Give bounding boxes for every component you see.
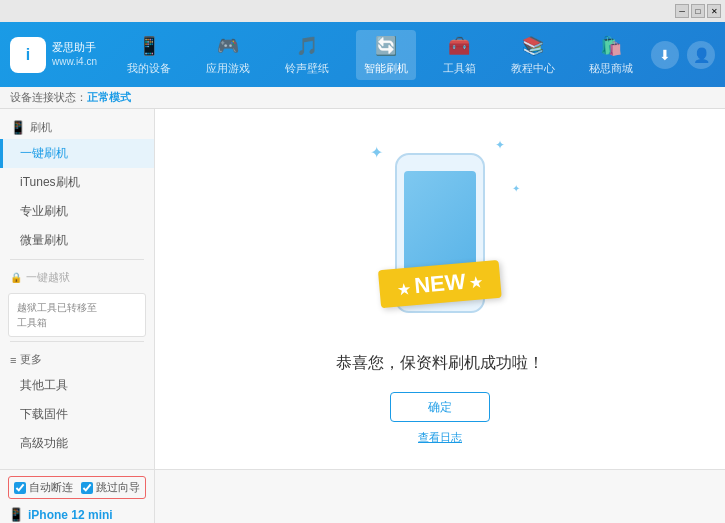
- window-controls[interactable]: ─ □ ✕: [675, 4, 721, 18]
- logo-text: 爱思助手 www.i4.cn: [52, 40, 97, 69]
- status-bar: 设备连接状态： 正常模式: [0, 87, 725, 109]
- skip-wizard-label: 跳过向导: [96, 480, 140, 495]
- success-title: 恭喜您，保资料刷机成功啦！: [336, 353, 544, 374]
- sidebar-item-pro-flash[interactable]: 专业刷机: [0, 197, 154, 226]
- sidebar-item-itunes-flash[interactable]: iTunes刷机: [0, 168, 154, 197]
- nav-tab-tutorial-label: 教程中心: [511, 61, 555, 76]
- nav-tab-apps-games[interactable]: 🎮 应用游戏: [198, 30, 258, 80]
- apps-games-icon: 🎮: [216, 34, 240, 58]
- toolbox-icon: 🧰: [447, 34, 471, 58]
- sidebar-section-jailbreak: 🔒 一键越狱 越狱工具已转移至 工具箱: [0, 264, 154, 337]
- device-info: 📱 iPhone 12 mini 64GB Down-12mini-13,1: [8, 507, 146, 523]
- nav-tabs: 📱 我的设备 🎮 应用游戏 🎵 铃声壁纸 🔄 智能刷机 🧰 工具箱 📚 教程中心…: [110, 30, 651, 80]
- header-right: ⬇ 👤: [651, 41, 715, 69]
- success-illustration: ✦ ✦ ✦ NEW: [350, 133, 530, 333]
- nav-tab-my-device-label: 我的设备: [127, 61, 171, 76]
- sidebar-more-label: 更多: [20, 352, 42, 367]
- title-bar: ─ □ ✕: [0, 0, 725, 22]
- my-device-icon: 📱: [137, 34, 161, 58]
- phone-screen: [404, 171, 476, 271]
- close-button[interactable]: ✕: [707, 4, 721, 18]
- device-name: 📱 iPhone 12 mini: [8, 507, 146, 522]
- smart-flash-icon: 🔄: [374, 34, 398, 58]
- auto-disconnect-checkbox-label[interactable]: 自动断连: [14, 480, 73, 495]
- user-button[interactable]: 👤: [687, 41, 715, 69]
- sidebar-section-flash-header: 📱 刷机: [0, 114, 154, 139]
- nav-tab-ringtone[interactable]: 🎵 铃声壁纸: [277, 30, 337, 80]
- more-icon: ≡: [10, 354, 16, 366]
- bottom-right-panel: [155, 470, 725, 523]
- flash-section-icon: 📱: [10, 120, 26, 135]
- checkbox-row: 自动断连 跳过向导: [8, 476, 146, 499]
- nav-tab-store[interactable]: 🛍️ 秘思商城: [581, 30, 641, 80]
- ringtone-icon: 🎵: [295, 34, 319, 58]
- sidebar-jailbreak-label: 一键越狱: [26, 270, 70, 285]
- tutorial-icon: 📚: [521, 34, 545, 58]
- header: i 爱思助手 www.i4.cn 📱 我的设备 🎮 应用游戏 🎵 铃声壁纸 🔄 …: [0, 22, 725, 87]
- nav-tab-apps-games-label: 应用游戏: [206, 61, 250, 76]
- logo: i 爱思助手 www.i4.cn: [10, 37, 110, 73]
- sparkle-icon-1: ✦: [370, 143, 383, 162]
- sidebar-section-flash: 📱 刷机 一键刷机 iTunes刷机 专业刷机 微量刷机: [0, 114, 154, 255]
- sidebar-section-more: ≡ 更多 其他工具 下载固件 高级功能: [0, 346, 154, 458]
- sparkle-icon-2: ✦: [495, 138, 505, 152]
- sidebar-section-flash-label: 刷机: [30, 120, 52, 135]
- sidebar-more-header: ≡ 更多: [0, 346, 154, 371]
- nav-tab-tutorial[interactable]: 📚 教程中心: [503, 30, 563, 80]
- content-area: 📱 刷机 一键刷机 iTunes刷机 专业刷机 微量刷机 🔒 一键越狱: [0, 109, 725, 469]
- nav-tab-toolbox-label: 工具箱: [443, 61, 476, 76]
- store-icon: 🛍️: [599, 34, 623, 58]
- sidebar-divider-1: [10, 259, 144, 260]
- sidebar-item-one-key-flash[interactable]: 一键刷机: [0, 139, 154, 168]
- skip-wizard-checkbox-label[interactable]: 跳过向导: [81, 480, 140, 495]
- auto-disconnect-checkbox[interactable]: [14, 482, 26, 494]
- sidebar-divider-2: [10, 341, 144, 342]
- nav-tab-toolbox[interactable]: 🧰 工具箱: [435, 30, 484, 80]
- nav-tab-smart-flash[interactable]: 🔄 智能刷机: [356, 30, 416, 80]
- main-content: ✦ ✦ ✦ NEW 恭喜您，保资料刷机成功啦！ 确定 查看日志: [155, 109, 725, 469]
- sidebar-item-micro-flash[interactable]: 微量刷机: [0, 226, 154, 255]
- status-label: 设备连接状态：: [10, 90, 87, 105]
- minimize-button[interactable]: ─: [675, 4, 689, 18]
- sparkle-icon-3: ✦: [512, 183, 520, 194]
- nav-tab-ringtone-label: 铃声壁纸: [285, 61, 329, 76]
- download-button[interactable]: ⬇: [651, 41, 679, 69]
- lock-icon: 🔒: [10, 272, 22, 283]
- sidebar-jailbreak-note: 越狱工具已转移至 工具箱: [8, 293, 146, 337]
- device-icon: 📱: [8, 507, 24, 522]
- confirm-button[interactable]: 确定: [390, 392, 490, 422]
- sidebar: 📱 刷机 一键刷机 iTunes刷机 专业刷机 微量刷机 🔒 一键越狱: [0, 109, 155, 469]
- sidebar-item-download-firmware[interactable]: 下载固件: [0, 400, 154, 429]
- sidebar-jailbreak-header: 🔒 一键越狱: [0, 264, 154, 289]
- wizard-link[interactable]: 查看日志: [418, 430, 462, 445]
- auto-disconnect-label: 自动断连: [29, 480, 73, 495]
- bottom-left-panel: 自动断连 跳过向导 📱 iPhone 12 mini 64GB Down-12m…: [0, 470, 155, 523]
- nav-tab-my-device[interactable]: 📱 我的设备: [119, 30, 179, 80]
- skip-wizard-checkbox[interactable]: [81, 482, 93, 494]
- sidebar-item-advanced-func[interactable]: 高级功能: [0, 429, 154, 458]
- status-value: 正常模式: [87, 90, 131, 105]
- bottom-area: 自动断连 跳过向导 📱 iPhone 12 mini 64GB Down-12m…: [0, 469, 725, 523]
- logo-icon: i: [10, 37, 46, 73]
- nav-tab-store-label: 秘思商城: [589, 61, 633, 76]
- sidebar-item-other-tools[interactable]: 其他工具: [0, 371, 154, 400]
- maximize-button[interactable]: □: [691, 4, 705, 18]
- nav-tab-smart-flash-label: 智能刷机: [364, 61, 408, 76]
